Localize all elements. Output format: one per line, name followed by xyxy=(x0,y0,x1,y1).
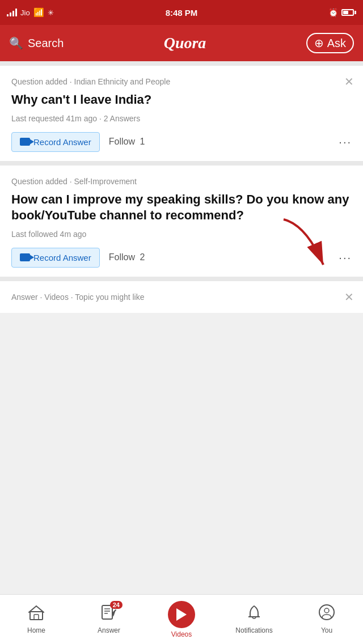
notifications-icon xyxy=(246,604,262,624)
arrow-annotation xyxy=(272,214,352,282)
search-button[interactable]: 🔍 Search xyxy=(9,36,64,50)
video-record-icon-1 xyxy=(20,138,30,146)
ask-label: Ask xyxy=(327,37,346,50)
nav-answer[interactable]: 24 Answer xyxy=(73,604,145,634)
record-label-2: Record Answer xyxy=(33,253,91,262)
battery-icon xyxy=(341,9,356,16)
bottom-nav: Home 24 Answer Videos xyxy=(0,594,363,644)
question-card-1: ✕ Question added · Indian Ethnicity and … xyxy=(0,66,363,161)
card-2-meta: Question added · Self-Improvement xyxy=(11,177,352,186)
top-nav: 🔍 Search Quora ⊕ Ask xyxy=(0,25,363,61)
nav-videos[interactable]: Videos xyxy=(145,601,218,638)
card-1-meta: Question added · Indian Ethnicity and Pe… xyxy=(11,77,352,86)
divider-top xyxy=(0,61,363,66)
record-answer-button-2[interactable]: Record Answer xyxy=(11,248,100,268)
nav-notifications[interactable]: Notifications xyxy=(218,604,290,634)
svg-point-9 xyxy=(324,608,329,613)
activity-icon: ✳ xyxy=(48,9,54,17)
record-answer-button-1[interactable]: Record Answer xyxy=(11,132,100,152)
video-record-icon-2 xyxy=(20,253,30,261)
card-1-actions: Record Answer Follow 1 ··· xyxy=(11,132,352,152)
card-2-actions: Record Answer Follow 2 ··· xyxy=(11,248,352,268)
answer-icon: 24 xyxy=(101,604,117,624)
nav-notifications-label: Notifications xyxy=(235,626,272,634)
status-bar: Jio 📶 ✳ 8:48 PM ⏰ xyxy=(0,0,363,25)
more-options-button-2[interactable]: ··· xyxy=(339,251,352,264)
ask-button[interactable]: ⊕ Ask xyxy=(306,33,354,53)
answer-badge: 24 xyxy=(110,601,123,609)
card-1-title[interactable]: Why can't I leave India? xyxy=(11,92,352,108)
card-1-sub: Last requested 41m ago · 2 Answers xyxy=(11,114,352,123)
follow-label-2: Follow xyxy=(109,252,135,262)
quora-logo: Quora xyxy=(164,34,206,52)
search-icon: 🔍 xyxy=(9,36,23,50)
nav-you[interactable]: You xyxy=(290,604,363,634)
close-button-preview[interactable]: ✕ xyxy=(344,290,354,304)
nav-home-label: Home xyxy=(27,626,45,634)
record-label-1: Record Answer xyxy=(33,137,91,147)
more-options-button-1[interactable]: ··· xyxy=(339,135,352,149)
follow-count-1: 1 xyxy=(140,137,145,146)
follow-label-1: Follow xyxy=(109,137,135,146)
card-2-title[interactable]: How can I improve my speaking skills? Do… xyxy=(11,192,352,224)
follow-count-2: 2 xyxy=(140,252,145,262)
svg-rect-1 xyxy=(30,612,43,620)
card-2-sub: Last followed 4m ago xyxy=(11,230,352,239)
svg-rect-2 xyxy=(34,615,39,620)
status-time: 8:48 PM xyxy=(166,8,198,18)
divider-bottom xyxy=(0,277,363,281)
close-button-1[interactable]: ✕ xyxy=(344,75,354,88)
nav-answer-label: Answer xyxy=(98,626,120,634)
plus-icon: ⊕ xyxy=(314,36,324,50)
status-right: ⏰ xyxy=(328,8,356,17)
divider-middle xyxy=(0,161,363,166)
bottom-preview: ✕ Answer · Videos · Topic you might like xyxy=(0,281,363,313)
videos-icon xyxy=(168,601,195,628)
nav-home[interactable]: Home xyxy=(0,604,73,634)
follow-button-2[interactable]: Follow 2 xyxy=(109,252,145,262)
svg-point-8 xyxy=(319,605,334,620)
search-label: Search xyxy=(28,37,64,50)
alarm-icon: ⏰ xyxy=(328,8,338,17)
status-left: Jio 📶 ✳ xyxy=(7,7,54,18)
carrier-label: Jio xyxy=(20,9,30,17)
nav-videos-label: Videos xyxy=(171,630,192,638)
preview-text: Answer · Videos · Topic you might like xyxy=(11,293,145,302)
question-card-2: Question added · Self-Improvement How ca… xyxy=(0,166,363,277)
follow-button-1[interactable]: Follow 1 xyxy=(109,137,145,147)
wifi-icon: 📶 xyxy=(33,7,44,18)
home-icon xyxy=(28,604,44,624)
nav-you-label: You xyxy=(321,626,332,634)
signal-icon xyxy=(7,9,17,16)
you-icon xyxy=(319,604,335,624)
